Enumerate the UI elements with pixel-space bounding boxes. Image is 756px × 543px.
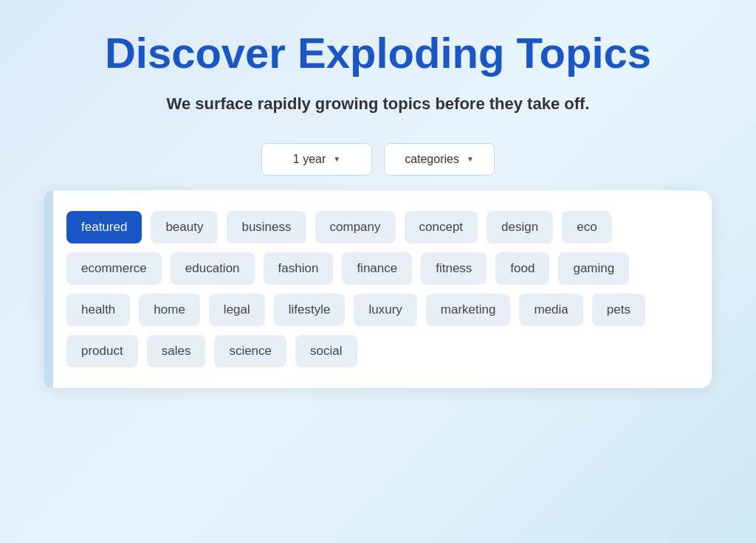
category-tag-marketing[interactable]: marketing <box>426 294 511 326</box>
category-tag-legal[interactable]: legal <box>209 294 265 326</box>
year-chevron-icon: ▼ <box>333 155 340 163</box>
page-title: Discover Exploding Topics <box>105 30 651 77</box>
category-tag-fashion[interactable]: fashion <box>264 252 334 285</box>
category-tag-product[interactable]: product <box>66 335 138 367</box>
category-tag-company[interactable]: company <box>315 211 396 243</box>
year-filter-label: 1 year <box>293 153 326 166</box>
category-tag-featured[interactable]: featured <box>66 211 142 243</box>
category-tag-design[interactable]: design <box>487 211 553 243</box>
page-subtitle: We surface rapidly growing topics before… <box>167 94 590 114</box>
category-grid: featuredbeautybusinesscompanyconceptdesi… <box>66 211 690 367</box>
category-tag-concept[interactable]: concept <box>405 211 478 243</box>
category-tag-food[interactable]: food <box>495 252 549 285</box>
category-tag-fitness[interactable]: fitness <box>421 252 487 285</box>
category-tag-luxury[interactable]: luxury <box>354 294 416 326</box>
category-tag-home[interactable]: home <box>139 294 200 326</box>
category-tag-science[interactable]: science <box>214 335 286 367</box>
category-tag-finance[interactable]: finance <box>342 252 412 285</box>
categories-filter-label: categories <box>405 153 459 166</box>
category-tag-lifestyle[interactable]: lifestyle <box>274 294 346 326</box>
category-tag-health[interactable]: health <box>66 294 130 326</box>
category-tag-education[interactable]: education <box>171 252 255 285</box>
category-tag-beauty[interactable]: beauty <box>151 211 218 243</box>
category-tag-business[interactable]: business <box>227 211 306 243</box>
category-tag-media[interactable]: media <box>519 294 583 326</box>
category-tag-eco[interactable]: eco <box>562 211 611 243</box>
category-tag-social[interactable]: social <box>295 335 357 367</box>
filters-row: 1 year ▼ categories ▼ <box>261 143 495 176</box>
category-tag-ecommerce[interactable]: ecommerce <box>66 252 162 285</box>
category-tag-pets[interactable]: pets <box>592 294 645 326</box>
categories-filter-dropdown[interactable]: categories ▼ <box>384 143 495 176</box>
category-tag-sales[interactable]: sales <box>147 335 206 367</box>
categories-panel: featuredbeautybusinesscompanyconceptdesi… <box>44 190 712 388</box>
categories-chevron-icon: ▼ <box>467 155 474 163</box>
category-tag-gaming[interactable]: gaming <box>558 252 629 285</box>
year-filter-dropdown[interactable]: 1 year ▼ <box>261 143 372 176</box>
